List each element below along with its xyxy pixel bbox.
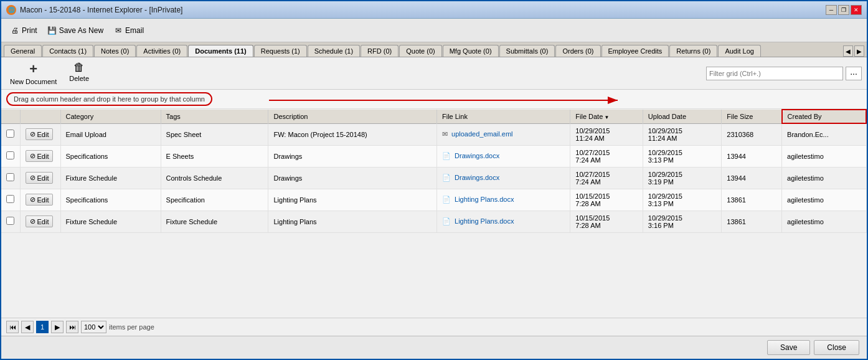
action-buttons: + New Document 🗑 Delete	[6, 60, 93, 87]
col-tags[interactable]: Tags	[161, 110, 268, 123]
checkbox-input-4[interactable]	[6, 217, 14, 225]
tab-mfg-quote[interactable]: Mfg Quote (0)	[443, 45, 499, 57]
file-link-1[interactable]: Drawings.docx	[455, 152, 499, 159]
tab-activities[interactable]: Activities (0)	[136, 45, 187, 57]
col-file-link[interactable]: File Link	[436, 110, 570, 123]
col-description[interactable]: Description	[268, 110, 437, 123]
row-category-3: Specifications	[60, 189, 161, 211]
row-file-link-4[interactable]: 📄 Lighting Plans.docx	[436, 211, 570, 232]
tab-quote[interactable]: Quote (0)	[399, 45, 441, 57]
row-checkbox-2[interactable]	[1, 167, 20, 189]
tab-notes[interactable]: Notes (0)	[94, 45, 136, 57]
page-first-button[interactable]: ⏮	[6, 321, 19, 333]
row-file-date-1: 10/27/20157:24 AM	[570, 145, 643, 167]
col-created-by[interactable]: Created By	[782, 110, 866, 123]
window-controls[interactable]: ─ ❐ ✕	[826, 5, 862, 15]
email-icon: ✉	[113, 26, 123, 36]
close-button[interactable]: ✕	[851, 5, 862, 15]
col-checkbox	[1, 110, 20, 123]
edit-icon-4: ⊘	[30, 217, 35, 225]
row-created-by-3: agiletestimo	[782, 189, 866, 211]
row-file-link-1[interactable]: 📄 Drawings.docx	[436, 145, 570, 167]
annotation-arrow	[269, 91, 643, 110]
checkbox-input-1[interactable]	[6, 151, 14, 159]
row-edit-3[interactable]: ⊘ Edit	[20, 189, 60, 211]
row-file-link-0[interactable]: ✉ uploaded_email.eml	[436, 123, 570, 145]
print-button[interactable]: 🖨 Print	[6, 24, 41, 37]
row-edit-1[interactable]: ⊘ Edit	[20, 145, 60, 167]
checkbox-input-3[interactable]	[6, 195, 14, 203]
checkbox-input-0[interactable]	[6, 130, 14, 138]
tab-contacts[interactable]: Contacts (1)	[42, 45, 93, 57]
row-checkbox-0[interactable]	[1, 123, 20, 145]
row-file-size-0: 2310368	[722, 123, 782, 145]
row-edit-0[interactable]: ⊘ Edit	[20, 123, 60, 145]
row-file-link-3[interactable]: 📄 Lighting Plans.docx	[436, 189, 570, 211]
edit-button-4[interactable]: ⊘ Edit	[26, 216, 54, 227]
close-button[interactable]: Close	[814, 340, 859, 355]
restore-button[interactable]: ❐	[838, 5, 849, 15]
row-edit-4[interactable]: ⊘ Edit	[20, 211, 60, 232]
save-as-new-button[interactable]: 💾 Save As New	[44, 24, 107, 37]
tab-nav-left[interactable]: ◀	[843, 45, 853, 57]
tab-bar: General Contacts (1) Notes (0) Activitie…	[1, 42, 867, 57]
documents-table-container[interactable]: Category Tags Description File Link File…	[1, 109, 867, 318]
col-category[interactable]: Category	[60, 110, 161, 123]
email-label: Email	[125, 26, 144, 35]
tab-orders[interactable]: Orders (0)	[555, 45, 600, 57]
email-button[interactable]: ✉ Email	[110, 24, 148, 37]
file-link-2[interactable]: Drawings.docx	[455, 174, 499, 181]
row-checkbox-3[interactable]	[1, 189, 20, 211]
filter-menu-button[interactable]: ···	[846, 67, 862, 80]
edit-icon-2: ⊘	[30, 174, 35, 182]
tab-nav-right-btn[interactable]: ▶	[854, 45, 864, 57]
tab-general[interactable]: General	[4, 45, 42, 57]
title-bar-left: 🌐 Macon - 15-20148 - Internet Explorer -…	[6, 5, 182, 15]
edit-button-2[interactable]: ⊘ Edit	[26, 172, 54, 184]
row-tags-1: E Sheets	[161, 145, 268, 167]
col-file-date[interactable]: File Date	[570, 110, 643, 123]
edit-button-1[interactable]: ⊘ Edit	[26, 150, 54, 162]
page-size-select[interactable]: 100 50 25	[81, 321, 106, 333]
minimize-button[interactable]: ─	[826, 5, 837, 15]
checkbox-input-2[interactable]	[6, 173, 14, 181]
tab-schedule[interactable]: Schedule (1)	[308, 45, 360, 57]
page-last-button[interactable]: ⏭	[66, 321, 78, 333]
row-tags-3: Specification	[161, 189, 268, 211]
delete-button[interactable]: 🗑 Delete	[65, 60, 93, 87]
row-file-size-3: 13861	[722, 189, 782, 211]
filter-input[interactable]	[706, 67, 843, 80]
file-link-0[interactable]: uploaded_email.eml	[451, 130, 512, 138]
drag-hint-row: Drag a column header and drop it here to…	[1, 90, 867, 109]
page-1-button[interactable]: 1	[36, 321, 49, 333]
delete-icon: 🗑	[73, 61, 85, 74]
tab-audit-log[interactable]: Audit Log	[718, 45, 760, 57]
tab-rfd[interactable]: RFD (0)	[361, 45, 399, 57]
col-file-size[interactable]: File Size	[722, 110, 782, 123]
row-upload-date-2: 10/29/20153:19 PM	[643, 167, 721, 189]
tab-employee-credits[interactable]: Employee Credits	[601, 45, 669, 57]
row-file-link-2[interactable]: 📄 Drawings.docx	[436, 167, 570, 189]
file-link-4[interactable]: Lighting Plans.docx	[455, 217, 514, 225]
file-link-3[interactable]: Lighting Plans.docx	[455, 196, 514, 203]
tab-returns[interactable]: Returns (0)	[669, 45, 717, 57]
col-upload-date[interactable]: Upload Date	[643, 110, 721, 123]
page-prev-button[interactable]: ◀	[21, 321, 34, 333]
documents-table: Category Tags Description File Link File…	[1, 109, 867, 233]
tab-submittals[interactable]: Submittals (0)	[499, 45, 555, 57]
row-file-size-4: 13861	[722, 211, 782, 232]
page-next-button[interactable]: ▶	[51, 321, 64, 333]
row-file-size-2: 13944	[722, 167, 782, 189]
save-button[interactable]: Save	[767, 340, 810, 355]
row-edit-2[interactable]: ⊘ Edit	[20, 167, 60, 189]
row-upload-date-0: 10/29/201511:24 AM	[643, 123, 721, 145]
row-checkbox-4[interactable]	[1, 211, 20, 232]
edit-button-0[interactable]: ⊘ Edit	[26, 128, 54, 140]
row-checkbox-1[interactable]	[1, 145, 20, 167]
table-row: ⊘ Edit Email Upload Spec Sheet FW: Macon…	[1, 123, 866, 145]
new-document-button[interactable]: + New Document	[6, 60, 60, 87]
edit-button-3[interactable]: ⊘ Edit	[26, 194, 54, 206]
row-file-date-4: 10/15/20157:28 AM	[570, 211, 643, 232]
tab-requests[interactable]: Requests (1)	[254, 45, 307, 57]
tab-documents[interactable]: Documents (11)	[188, 45, 253, 57]
